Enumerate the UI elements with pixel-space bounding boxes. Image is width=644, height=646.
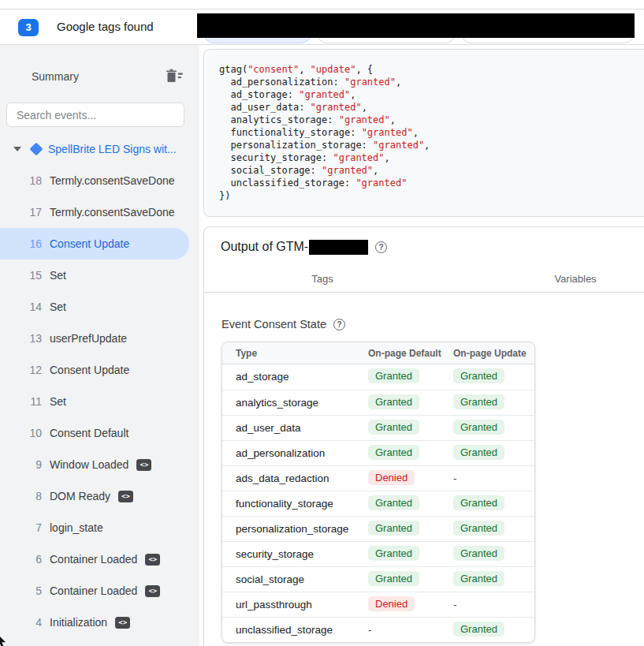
status-badge: Granted bbox=[368, 546, 419, 561]
sidebar-event-row[interactable]: 11Set bbox=[0, 386, 199, 417]
consent-type: url_passthrough bbox=[236, 599, 312, 611]
container-tree-item[interactable]: SpellBrite LED Signs wit... bbox=[13, 141, 177, 156]
sidebar-event-row[interactable]: 7login_state bbox=[0, 512, 199, 543]
section-title-row: Event Consent State ? bbox=[221, 318, 345, 330]
consent-type: analytics_storage bbox=[236, 397, 318, 409]
summary-row: Summary bbox=[32, 69, 183, 84]
event-label: Consent Update bbox=[50, 364, 129, 376]
event-number: 14 bbox=[20, 301, 42, 313]
code-line: gtag("consent", "update", { bbox=[219, 63, 644, 76]
sidebar-event-row[interactable]: 6Container Loaded<> bbox=[0, 543, 199, 575]
event-number: 5 bbox=[20, 584, 42, 597]
sidebar-event-row[interactable]: 14Set bbox=[0, 291, 199, 323]
event-consent-state-title: Event Consent State bbox=[221, 318, 326, 330]
tag-count-badge: 3 bbox=[18, 19, 39, 36]
table-row: url_passthroughDenied- bbox=[222, 592, 534, 617]
event-label: login_state bbox=[50, 521, 103, 534]
sidebar-event-row[interactable]: 12Consent Update bbox=[0, 354, 199, 386]
summary-label: Summary bbox=[32, 70, 79, 83]
consent-type: functionality_storage bbox=[236, 498, 333, 510]
sidebar-event-row[interactable]: 8DOM Ready<> bbox=[0, 480, 199, 512]
consent-type: personalization_storage bbox=[236, 523, 348, 535]
status-badge: Denied bbox=[368, 596, 415, 611]
status-badge: Granted bbox=[368, 571, 419, 586]
status-badge: Granted bbox=[453, 420, 504, 435]
empty-value-dash: - bbox=[368, 622, 371, 636]
tag-assistant-debug-panel: 3 Google tags found Summary SpellBrit bbox=[0, 0, 644, 646]
chevron-down-icon[interactable] bbox=[13, 147, 21, 151]
table-row: ad_storageGrantedGranted bbox=[222, 364, 534, 390]
code-line: }) bbox=[219, 189, 644, 202]
tab-variables[interactable]: Variables bbox=[554, 273, 596, 285]
sidebar-event-row[interactable]: 4Initialization<> bbox=[0, 607, 199, 638]
empty-value-dash: - bbox=[453, 596, 456, 611]
event-number: 16 bbox=[20, 237, 42, 250]
status-badge: Granted bbox=[368, 521, 419, 536]
help-icon[interactable]: ? bbox=[375, 241, 387, 253]
status-badge: Granted bbox=[453, 368, 504, 383]
column-header-type: Type bbox=[236, 348, 257, 359]
code-tag-icon: <> bbox=[136, 459, 151, 471]
consent-table: Type On-page Default On-page Update ad_s… bbox=[221, 342, 535, 643]
event-number: 10 bbox=[20, 427, 42, 439]
event-label: DOM Ready bbox=[50, 490, 110, 502]
event-number: 13 bbox=[20, 332, 42, 345]
sidebar-event-row[interactable]: 5Container Loaded<> bbox=[0, 575, 199, 607]
sidebar-event-row[interactable]: 17Termly.consentSaveDone bbox=[0, 196, 199, 228]
consent-type: social_storage bbox=[236, 573, 304, 585]
consent-table-header: Type On-page Default On-page Update bbox=[222, 342, 534, 364]
code-line: ad_user_data: "granted", bbox=[219, 101, 644, 114]
column-header-default: On-page Default bbox=[368, 348, 441, 359]
sidebar-event-row[interactable]: 15Set bbox=[0, 260, 199, 291]
event-label: Set bbox=[50, 395, 66, 408]
code-line: analytics_storage: "granted", bbox=[219, 114, 644, 126]
table-row: social_storageGrantedGranted bbox=[222, 566, 534, 592]
status-badge: Granted bbox=[453, 546, 504, 561]
consent-type: unclassified_storage bbox=[236, 624, 333, 636]
status-badge: Granted bbox=[453, 445, 504, 460]
sidebar-event-row[interactable]: 16Consent Update bbox=[0, 228, 189, 260]
event-number: 15 bbox=[20, 269, 42, 282]
gtm-diamond-icon bbox=[30, 142, 43, 155]
code-line: ad_storage: "granted", bbox=[219, 88, 644, 101]
sidebar-event-row[interactable]: 9Window Loaded<> bbox=[0, 449, 199, 480]
status-badge: Granted bbox=[453, 495, 504, 510]
event-label: Termly.consentSaveDone bbox=[50, 174, 174, 187]
code-line: security_storage: "granted", bbox=[219, 151, 644, 164]
clear-events-icon[interactable] bbox=[166, 69, 183, 84]
tab-tags[interactable]: Tags bbox=[311, 273, 333, 285]
code-tag-icon: <> bbox=[145, 585, 160, 597]
event-label: Container Loaded bbox=[50, 584, 137, 597]
sidebar-event-row[interactable]: 10Consent Default bbox=[0, 417, 199, 449]
table-row: ads_data_redactionDenied- bbox=[222, 465, 534, 491]
consent-type: security_storage bbox=[236, 548, 314, 560]
table-row: security_storageGrantedGranted bbox=[222, 541, 534, 566]
code-line: ad_personalization: "granted", bbox=[219, 76, 644, 88]
event-label: Set bbox=[50, 269, 66, 282]
status-badge: Denied bbox=[368, 470, 415, 485]
status-badge: Granted bbox=[453, 622, 504, 637]
search-input[interactable] bbox=[6, 103, 184, 127]
code-tag-icon: <> bbox=[115, 617, 130, 629]
help-icon[interactable]: ? bbox=[333, 319, 345, 330]
card-title-row: Output of GTM- ? bbox=[221, 239, 387, 255]
event-label: userPrefUpdate bbox=[50, 332, 127, 345]
page-title: Google tags found bbox=[57, 20, 154, 33]
sidebar-event-row[interactable]: 13userPrefUpdate bbox=[0, 323, 199, 354]
code-line: functionality_storage: "granted", bbox=[219, 126, 644, 139]
status-badge: Granted bbox=[368, 394, 419, 409]
event-number: 12 bbox=[20, 364, 42, 376]
status-badge: Granted bbox=[368, 420, 419, 435]
status-badge: Granted bbox=[368, 368, 419, 383]
event-label: Container Loaded bbox=[50, 553, 137, 566]
status-badge: Granted bbox=[453, 521, 504, 536]
status-badge: Granted bbox=[453, 394, 504, 409]
event-number: 7 bbox=[20, 521, 42, 534]
event-label: Window Loaded bbox=[50, 458, 128, 471]
event-label: Termly.consentSaveDone bbox=[50, 206, 174, 218]
event-number: 17 bbox=[20, 206, 42, 218]
event-number: 6 bbox=[20, 553, 42, 566]
event-label: Consent Default bbox=[50, 427, 128, 439]
event-number: 18 bbox=[20, 174, 42, 187]
sidebar-event-row[interactable]: 18Termly.consentSaveDone bbox=[0, 165, 199, 196]
